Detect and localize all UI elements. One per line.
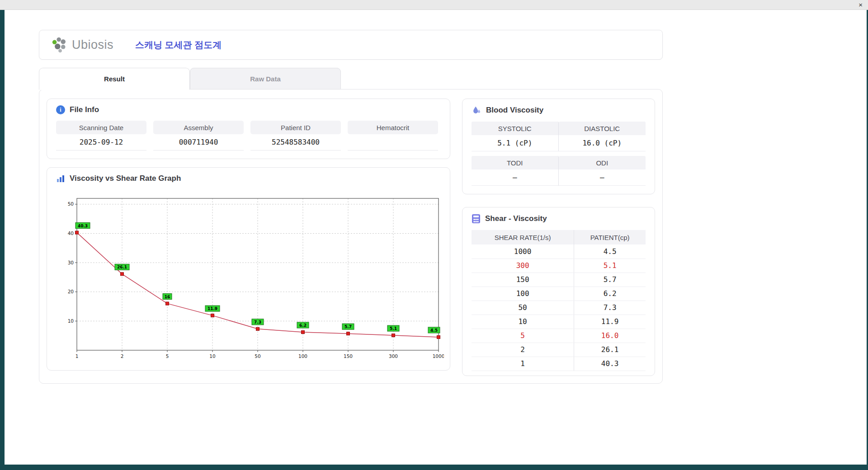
shear-rate-cell: 1000: [472, 244, 574, 258]
logo-text: Ubiosis: [72, 38, 113, 52]
systolic-value: 5.1 (cP): [472, 135, 559, 151]
diastolic-label: DIASTOLIC: [559, 122, 646, 135]
app-window: Ubiosis 스캐닝 모세관 점도계 Result Raw Data i Fi…: [5, 10, 867, 465]
patient-cell: 5.7: [574, 273, 646, 287]
table-row: 507.3: [472, 301, 646, 315]
patient-cell: 26.1: [574, 343, 646, 357]
tab-bar: Result Raw Data: [39, 68, 867, 89]
file-info-header: i File Info: [56, 105, 441, 114]
main-panel: i File Info Scanning Date2025-09-12Assem…: [39, 89, 663, 384]
table-row: 226.1: [472, 343, 646, 357]
blood-viscosity-section: Blood Viscosity SYSTOLIC DIASTOLIC 5.1 (…: [462, 99, 655, 194]
logo: Ubiosis: [51, 35, 113, 54]
svg-text:100: 100: [298, 353, 307, 359]
svg-text:6.2: 6.2: [299, 323, 307, 328]
patient-cell: 40.3: [574, 357, 646, 371]
titlebar: ×: [0, 0, 868, 10]
field-value: 2025-09-12: [56, 134, 146, 150]
svg-text:50: 50: [255, 353, 260, 359]
svg-text:11.9: 11.9: [208, 306, 217, 311]
field-label: Hematocrit: [348, 121, 438, 134]
svg-text:40.3: 40.3: [78, 224, 88, 228]
table-row: 1011.9: [472, 315, 646, 329]
file-info-title: File Info: [70, 105, 99, 114]
patient-cell: 5.1: [574, 258, 646, 273]
patient-cell: 4.5: [574, 244, 646, 258]
svg-text:30: 30: [68, 260, 74, 265]
diastolic-value: 16.0 (cP): [559, 135, 646, 151]
file-field-hematocrit: Hematocrit: [348, 121, 438, 150]
tab-result[interactable]: Result: [39, 68, 190, 90]
file-field-assembly: Assembly000711940: [153, 121, 244, 150]
shear-rate-column-header: SHEAR RATE(1/s): [472, 230, 574, 244]
shear-table-header-row: SHEAR RATE(1/s) PATIENT(cp): [472, 230, 646, 244]
svg-text:150: 150: [344, 353, 353, 359]
right-column: Blood Viscosity SYSTOLIC DIASTOLIC 5.1 (…: [462, 99, 655, 376]
field-value: [348, 134, 438, 150]
odi-value: –: [559, 169, 646, 186]
table-row: 140.3: [472, 357, 646, 371]
page-content: Ubiosis 스캐닝 모세관 점도계 Result Raw Data i Fi…: [5, 10, 867, 384]
svg-text:5: 5: [166, 353, 169, 359]
field-value: 52548583400: [250, 134, 341, 150]
shear-rate-cell: 1: [472, 357, 574, 371]
patient-cell: 16.0: [574, 329, 646, 343]
table-row: 1505.7: [472, 273, 646, 287]
svg-text:26.1: 26.1: [117, 265, 127, 269]
tab-raw-data[interactable]: Raw Data: [190, 68, 341, 89]
page-title: 스캐닝 모세관 점도계: [135, 39, 222, 51]
graph-header: Viscosity vs Shear Rate Graph: [56, 174, 441, 183]
svg-text:40: 40: [68, 230, 74, 236]
table-row: 516.0: [472, 329, 646, 343]
todi-label: TODI: [472, 156, 559, 169]
chart-point: [75, 231, 79, 234]
blood-viscosity-title: Blood Viscosity: [486, 106, 543, 115]
svg-text:2: 2: [121, 353, 124, 359]
field-label: Assembly: [153, 121, 244, 134]
shear-table: SHEAR RATE(1/s) PATIENT(cp) 10004.53005.…: [472, 230, 646, 371]
todi-value: –: [472, 169, 559, 186]
svg-text:7.3: 7.3: [254, 320, 261, 324]
chart-point: [121, 273, 124, 276]
left-column: i File Info Scanning Date2025-09-12Assem…: [47, 99, 450, 376]
shear-rate-cell: 300: [472, 258, 574, 273]
chart-point: [211, 314, 214, 317]
table-row: 10004.5: [472, 244, 646, 258]
shear-viscosity-section: Shear - Viscosity SHEAR RATE(1/s) PATIEN…: [462, 207, 655, 376]
odi-label: ODI: [559, 156, 646, 169]
shear-viscosity-title: Shear - Viscosity: [485, 214, 547, 223]
shear-table-body: 10004.53005.11505.71006.2507.31011.9516.…: [472, 244, 646, 371]
patient-cell: 7.3: [574, 301, 646, 315]
file-info-fields: Scanning Date2025-09-12Assembly000711940…: [56, 121, 441, 150]
svg-text:20: 20: [68, 289, 74, 294]
svg-text:5.1: 5.1: [390, 326, 397, 331]
info-icon: i: [56, 105, 65, 114]
patient-cell: 11.9: [574, 315, 646, 329]
svg-text:1: 1: [75, 353, 79, 359]
shear-rate-cell: 2: [472, 343, 574, 357]
svg-text:50: 50: [68, 201, 74, 207]
blood-viscosity-grid: SYSTOLIC DIASTOLIC 5.1 (cP) 16.0 (cP): [472, 122, 646, 151]
close-icon[interactable]: ×: [859, 0, 863, 9]
chart-point: [437, 335, 440, 338]
shear-rate-cell: 5: [472, 329, 574, 343]
blood-viscosity-grid-2: TODI ODI – –: [472, 156, 646, 186]
shear-rate-cell: 50: [472, 301, 574, 315]
shear-viscosity-header: Shear - Viscosity: [472, 214, 646, 224]
svg-text:16: 16: [165, 295, 170, 299]
blood-viscosity-header: Blood Viscosity: [472, 105, 646, 115]
graph-section: Viscosity vs Shear Rate Graph 1020304050…: [47, 167, 450, 371]
file-field-scanning-date: Scanning Date2025-09-12: [56, 121, 146, 150]
chart-point: [166, 302, 169, 305]
shear-rate-cell: 100: [472, 287, 574, 301]
svg-text:10: 10: [68, 318, 74, 324]
calculator-icon: [472, 214, 481, 224]
svg-text:300: 300: [389, 353, 398, 359]
svg-text:10: 10: [209, 353, 215, 359]
bar-chart-icon: [56, 174, 65, 183]
patient-cell: 6.2: [574, 287, 646, 301]
shear-rate-cell: 10: [472, 315, 574, 329]
file-info-section: i File Info Scanning Date2025-09-12Assem…: [47, 99, 450, 159]
chart-point: [392, 334, 395, 337]
field-label: Patient ID: [250, 121, 341, 134]
